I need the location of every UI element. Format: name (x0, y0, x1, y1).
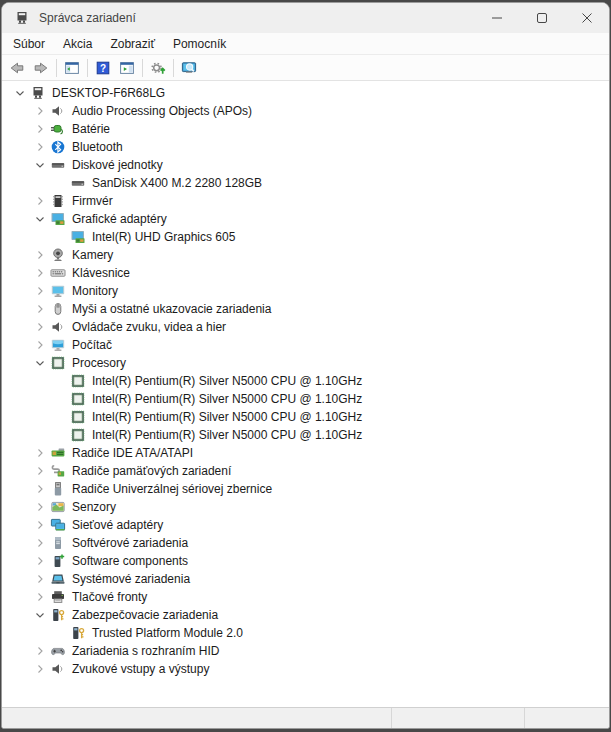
back-arrow-button[interactable] (5, 57, 29, 79)
toolbar-separator (87, 59, 88, 77)
tree-item-label: Radiče pamäťových zariadení (72, 464, 237, 478)
tree-item[interactable]: Intel(R) UHD Graphics 605 (2, 228, 609, 246)
chevron-expanded-icon[interactable] (30, 160, 50, 170)
tree-item[interactable]: Diskové jednotky (2, 156, 609, 174)
tree-item[interactable]: Intel(R) Pentium(R) Silver N5000 CPU @ 1… (2, 426, 609, 444)
chevron-collapsed-icon[interactable] (30, 448, 50, 458)
chevron-collapsed-icon[interactable] (30, 484, 50, 494)
tree-item[interactable]: Počítač (2, 336, 609, 354)
minimize-button[interactable] (474, 3, 519, 33)
tree-item[interactable]: Systémové zariadenia (2, 570, 609, 588)
chevron-collapsed-icon[interactable] (30, 322, 50, 332)
console-tree-window-button[interactable] (60, 57, 84, 79)
chevron-collapsed-icon[interactable] (30, 142, 50, 152)
chevron-expanded-icon[interactable] (30, 610, 50, 620)
tree-item[interactable]: Radiče IDE ATA/ATAPI (2, 444, 609, 462)
tree-item[interactable]: Kamery (2, 246, 609, 264)
gear-update-button[interactable] (146, 57, 170, 79)
chevron-collapsed-icon[interactable] (30, 592, 50, 602)
battery-icon (50, 121, 66, 137)
tree-item-label: DESKTOP-F6R68LG (52, 86, 171, 100)
menu-item-pomocník[interactable]: Pomocník (164, 34, 235, 54)
chevron-expanded-icon[interactable] (10, 88, 30, 98)
chevron-collapsed-icon[interactable] (30, 106, 50, 116)
console-tree-window-icon (64, 60, 80, 76)
chevron-collapsed-icon[interactable] (30, 286, 50, 296)
tree-item[interactable]: Software components (2, 552, 609, 570)
close-button[interactable] (564, 3, 609, 33)
forward-arrow-button[interactable] (29, 57, 53, 79)
tree-item[interactable]: Grafické adaptéry (2, 210, 609, 228)
chevron-collapsed-icon[interactable] (30, 538, 50, 548)
tree-item[interactable]: Monitory (2, 282, 609, 300)
menu-item-zobraziť[interactable]: Zobraziť (101, 34, 164, 54)
computer-root-icon (30, 85, 46, 101)
tree-item[interactable]: Firmvér (2, 192, 609, 210)
chevron-collapsed-icon[interactable] (30, 340, 50, 350)
tree-item[interactable]: Zabezpečovacie zariadenia (2, 606, 609, 624)
menu-item-akcia[interactable]: Akcia (54, 34, 101, 54)
software-device-icon (50, 535, 66, 551)
menu-item-súbor[interactable]: Súbor (4, 34, 54, 54)
tree-item[interactable]: Intel(R) Pentium(R) Silver N5000 CPU @ 1… (2, 408, 609, 426)
tree-item[interactable]: SanDisk X400 M.2 2280 128GB (2, 174, 609, 192)
cpu-icon (70, 427, 86, 443)
tree-item-label: Monitory (72, 284, 124, 298)
tree-item[interactable]: Batérie (2, 120, 609, 138)
tree-item[interactable]: DESKTOP-F6R68LG (2, 84, 609, 102)
chevron-collapsed-icon[interactable] (30, 196, 50, 206)
chevron-collapsed-icon[interactable] (30, 466, 50, 476)
chevron-collapsed-icon[interactable] (30, 268, 50, 278)
speaker-icon (50, 319, 66, 335)
toolbar-separator (173, 59, 174, 77)
device-manager-icon (14, 10, 30, 26)
cpu-icon (70, 391, 86, 407)
window-title: Správca zariadení (39, 11, 136, 25)
tree-item[interactable]: Klávesnice (2, 264, 609, 282)
chevron-collapsed-icon[interactable] (30, 664, 50, 674)
menubar: SúborAkciaZobraziťPomocník (2, 33, 609, 55)
tree-item[interactable]: Procesory (2, 354, 609, 372)
tree-item[interactable]: Radiče pamäťových zariadení (2, 462, 609, 480)
tree-item-label: Intel(R) UHD Graphics 605 (92, 230, 241, 244)
chevron-collapsed-icon[interactable] (30, 646, 50, 656)
tree-item[interactable]: Bluetooth (2, 138, 609, 156)
tree-item[interactable]: Intel(R) Pentium(R) Silver N5000 CPU @ 1… (2, 390, 609, 408)
tree-item[interactable]: Trusted Platform Module 2.0 (2, 624, 609, 642)
tree-item-label: Ovládače zvuku, videa a hier (72, 320, 232, 334)
tree-item[interactable]: Ovládače zvuku, videa a hier (2, 318, 609, 336)
tree-item[interactable]: Zvukové vstupy a výstupy (2, 660, 609, 678)
toolbar-separator (142, 59, 143, 77)
chevron-collapsed-icon[interactable] (30, 304, 50, 314)
chevron-collapsed-icon[interactable] (30, 520, 50, 530)
bluetooth-icon (50, 139, 66, 155)
chevron-collapsed-icon[interactable] (30, 556, 50, 566)
chevron-collapsed-icon[interactable] (30, 250, 50, 260)
chevron-expanded-icon[interactable] (30, 214, 50, 224)
tree-item-label: Trusted Platform Module 2.0 (92, 626, 249, 640)
tree-item[interactable]: Softvérové zariadenia (2, 534, 609, 552)
tree-item[interactable]: Audio Processing Objects (APOs) (2, 102, 609, 120)
desktop-background: Správca zariadení SúborAkciaZobraziťPomo… (0, 0, 611, 732)
tree-item[interactable]: Intel(R) Pentium(R) Silver N5000 CPU @ 1… (2, 372, 609, 390)
chevron-collapsed-icon[interactable] (30, 574, 50, 584)
speaker-icon (50, 103, 66, 119)
chevron-expanded-icon[interactable] (30, 358, 50, 368)
cpu-icon (50, 355, 66, 371)
tree-item-label: Intel(R) Pentium(R) Silver N5000 CPU @ 1… (92, 428, 368, 442)
tree-item[interactable]: Sieťové adaptéry (2, 516, 609, 534)
chevron-collapsed-icon[interactable] (30, 502, 50, 512)
action-pane-window-button[interactable] (115, 57, 139, 79)
tree-item[interactable]: Tlačové fronty (2, 588, 609, 606)
tree-item[interactable]: Myši a ostatné ukazovacie zariadenia (2, 300, 609, 318)
software-component-icon (50, 553, 66, 569)
help-question-button[interactable]: ? (91, 57, 115, 79)
chevron-collapsed-icon[interactable] (30, 124, 50, 134)
tree-item-label: Bluetooth (72, 140, 129, 154)
tree-item[interactable]: Radiče Univerzálnej sériovej zbernice (2, 480, 609, 498)
tree-item[interactable]: Senzory (2, 498, 609, 516)
tree-item[interactable]: Zariadenia s rozhraním HID (2, 642, 609, 660)
maximize-button[interactable] (519, 3, 564, 33)
computer-search-button[interactable] (177, 57, 201, 79)
tree-item-label: Softvérové zariadenia (72, 536, 194, 550)
